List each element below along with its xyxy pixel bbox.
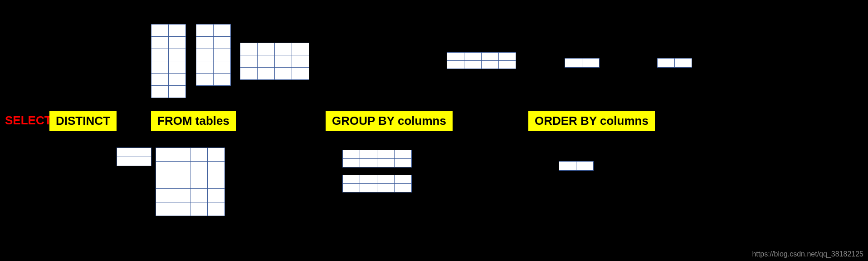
watermark-text: https://blog.csdn.net/qq_38182125 [752, 250, 863, 258]
grid-top-right-3 [657, 58, 692, 68]
grid-bottom-mid-1 [342, 150, 412, 167]
grid-top-left-2 [196, 24, 231, 86]
distinct-keyword: DISTINCT [49, 111, 117, 131]
grid-bottom-left-big [156, 148, 225, 216]
grid-bottom-mid-2 [342, 175, 412, 192]
grid-top-left-1 [151, 24, 186, 98]
groupby-keyword: GROUP BY columns [326, 111, 453, 131]
grid-bottom-right [559, 161, 594, 171]
orderby-keyword: ORDER BY columns [528, 111, 655, 131]
grid-bottom-left-small [117, 148, 151, 166]
from-keyword: FROM tables [151, 111, 236, 131]
grid-top-right-2 [565, 58, 600, 68]
grid-top-left-3 [240, 43, 309, 80]
select-keyword: SELECT [5, 113, 52, 128]
grid-top-right-1 [447, 52, 516, 69]
